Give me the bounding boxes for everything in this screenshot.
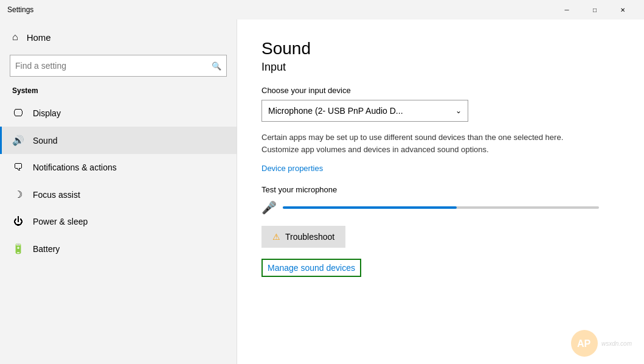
sidebar-item-label: Sound <box>33 136 57 145</box>
minimize-button[interactable]: ─ <box>553 0 581 19</box>
troubleshoot-button[interactable]: ⚠ Troubleshoot <box>261 226 345 248</box>
troubleshoot-label: Troubleshoot <box>285 232 334 242</box>
sidebar-item-label: Display <box>33 108 61 118</box>
test-mic-label: Test your microphone <box>261 185 620 194</box>
device-select-value: Microphone (2- USB PnP Audio D... <box>268 106 403 116</box>
sidebar-item-label: Battery <box>33 244 60 254</box>
maximize-button[interactable]: □ <box>581 0 609 19</box>
input-device-label: Choose your input device <box>261 86 620 95</box>
section-label: System <box>0 84 237 100</box>
focus-icon: ☽ <box>12 189 24 200</box>
title-bar: Settings ─ □ ✕ <box>0 0 644 19</box>
sound-icon: 🔊 <box>12 135 24 146</box>
mic-level-bar-fill <box>283 206 457 209</box>
app-title: Settings <box>7 5 33 14</box>
search-icon: 🔍 <box>212 61 221 71</box>
mic-level-row: 🎤 <box>261 200 620 215</box>
chevron-down-icon: ⌄ <box>455 107 462 115</box>
sidebar-item-label: Focus assist <box>33 190 80 200</box>
close-button[interactable]: ✕ <box>609 0 637 19</box>
sidebar-item-label: Power & sleep <box>33 217 88 226</box>
sidebar-item-power[interactable]: ⏻ Power & sleep <box>0 208 237 235</box>
manage-sound-devices-link[interactable]: Manage sound devices <box>268 263 355 273</box>
sidebar-item-display[interactable]: 🖵 Display <box>0 100 237 127</box>
search-input[interactable] <box>15 61 212 71</box>
sidebar-item-focus[interactable]: ☽ Focus assist <box>0 181 237 208</box>
sidebar-item-notifications[interactable]: 🗨 Notifications & actions <box>0 154 237 181</box>
home-icon: ⌂ <box>12 32 18 43</box>
sidebar-item-battery[interactable]: 🔋 Battery <box>0 235 237 262</box>
home-label: Home <box>27 32 51 43</box>
home-nav-item[interactable]: ⌂ Home <box>0 24 237 50</box>
battery-icon: 🔋 <box>12 243 24 254</box>
info-text: Certain apps may be set up to use differ… <box>261 131 602 155</box>
manage-sound-devices-container: Manage sound devices <box>261 259 361 277</box>
section-title: Input <box>261 61 620 74</box>
search-box[interactable]: 🔍 <box>10 55 227 77</box>
mic-level-bar-bg <box>283 206 599 209</box>
device-properties-link[interactable]: Device properties <box>261 164 323 173</box>
warning-icon: ⚠ <box>272 232 280 242</box>
display-icon: 🖵 <box>12 108 24 119</box>
input-device-dropdown[interactable]: Microphone (2- USB PnP Audio D... ⌄ <box>261 100 468 122</box>
sidebar-item-sound[interactable]: 🔊 Sound <box>0 127 237 154</box>
notifications-icon: 🗨 <box>12 162 24 173</box>
power-icon: ⏻ <box>12 216 24 227</box>
sidebar-item-label: Notifications & actions <box>33 163 117 172</box>
main-content: ⌂ Home 🔍 System 🖵 Display 🔊 Sound 🗨 Noti… <box>0 19 644 364</box>
sidebar: ⌂ Home 🔍 System 🖵 Display 🔊 Sound 🗨 Noti… <box>0 19 237 364</box>
window-controls: ─ □ ✕ <box>553 0 637 19</box>
microphone-icon: 🎤 <box>261 200 277 215</box>
content-panel: Sound Input Choose your input device Mic… <box>237 19 644 364</box>
page-title: Sound <box>261 39 620 58</box>
